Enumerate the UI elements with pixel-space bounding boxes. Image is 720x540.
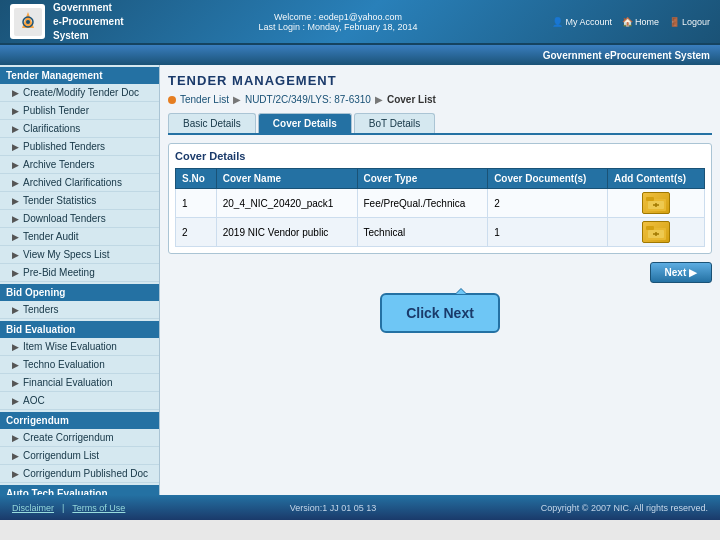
sidebar-item-financial-eval[interactable]: ▶Financial Evaluation xyxy=(0,374,159,392)
sidebar-item-publish-tender[interactable]: ▶Publish Tender xyxy=(0,102,159,120)
sidebar-item-archive-tenders[interactable]: ▶Archive Tenders xyxy=(0,156,159,174)
row2-add-content[interactable] xyxy=(607,218,704,247)
footer-terms[interactable]: Terms of Use xyxy=(72,503,125,513)
sidebar-item-corrigendum-list[interactable]: ▶Corrigendum List xyxy=(0,447,159,465)
next-button[interactable]: Next ▶ xyxy=(650,262,712,283)
click-next-tooltip: Click Next xyxy=(380,293,500,333)
svg-rect-5 xyxy=(646,197,654,201)
sidebar-item-published-tenders[interactable]: ▶Published Tenders xyxy=(0,138,159,156)
sidebar-item-prebid-meeting[interactable]: ▶Pre-Bid Meeting xyxy=(0,264,159,282)
logo-icon xyxy=(10,4,45,39)
add-content-icon-2[interactable] xyxy=(614,221,698,243)
footer: Disclaimer | Terms of Use Version:1 JJ 0… xyxy=(0,495,720,520)
col-cover-docs: Cover Document(s) xyxy=(488,169,608,189)
logo-area: Government e-Procurement System xyxy=(10,1,124,43)
svg-rect-10 xyxy=(646,226,654,230)
tab-basic-details[interactable]: Basic Details xyxy=(168,113,256,133)
sidebar-item-techno-eval[interactable]: ▶Techno Evaluation xyxy=(0,356,159,374)
breadcrumb-cover-list: Cover List xyxy=(387,94,436,105)
breadcrumb: Tender List ▶ NUDT/2C/349/LYS: 87-6310 ▶… xyxy=(168,94,712,105)
table-row: 1 20_4_NIC_20420_pack1 Fee/PreQual./Tech… xyxy=(176,189,705,218)
my-account-btn[interactable]: 👤 My Account xyxy=(552,17,612,27)
col-cover-type: Cover Type xyxy=(357,169,488,189)
logout-btn[interactable]: 🚪 Logour xyxy=(669,17,710,27)
row1-sno: 1 xyxy=(176,189,217,218)
row2-cover-type: Technical xyxy=(357,218,488,247)
sidebar-item-download-tenders[interactable]: ▶Download Tenders xyxy=(0,210,159,228)
row2-cover-name: 2019 NIC Vendor public xyxy=(216,218,357,247)
footer-version: Version:1 JJ 01 05 13 xyxy=(290,503,377,513)
sidebar-section-tender: Tender Management xyxy=(0,67,159,84)
footer-links: Disclaimer | Terms of Use xyxy=(12,503,125,513)
table-row: 2 2019 NIC Vendor public Technical 1 xyxy=(176,218,705,247)
sidebar-item-clarifications[interactable]: ▶Clarifications xyxy=(0,120,159,138)
sidebar-section-corrigendum: Corrigendum xyxy=(0,412,159,429)
col-cover-name: Cover Name xyxy=(216,169,357,189)
row1-add-content[interactable] xyxy=(607,189,704,218)
sidebar-item-create-tender[interactable]: ▶Create/Modify Tender Doc xyxy=(0,84,159,102)
logo-text: Government e-Procurement System xyxy=(53,1,124,43)
header-nav: 👤 My Account 🏠 Home 🚪 Logour xyxy=(552,17,710,27)
sidebar-item-create-corrigendum[interactable]: ▶Create Corrigendum xyxy=(0,429,159,447)
sub-header-title: Government eProcurement System xyxy=(543,50,710,61)
svg-point-3 xyxy=(26,20,30,24)
header-user-info: Welcome : eodep1@yahoo.com Last Login : … xyxy=(259,12,418,32)
sidebar-item-tender-statistics[interactable]: ▶Tender Statistics xyxy=(0,192,159,210)
sidebar-item-corrigendum-published[interactable]: ▶Corrigendum Published Doc xyxy=(0,465,159,483)
tab-bot-details[interactable]: BoT Details xyxy=(354,113,436,133)
sidebar-item-tenders[interactable]: ▶Tenders xyxy=(0,301,159,319)
footer-disclaimer[interactable]: Disclaimer xyxy=(12,503,54,513)
main-layout: Tender Management ▶Create/Modify Tender … xyxy=(0,65,720,495)
add-content-icon-1[interactable] xyxy=(614,192,698,214)
row1-cover-name: 20_4_NIC_20420_pack1 xyxy=(216,189,357,218)
sidebar-item-item-wise[interactable]: ▶Item Wise Evaluation xyxy=(0,338,159,356)
col-add-content: Add Content(s) xyxy=(607,169,704,189)
click-next-container: Click Next xyxy=(168,293,712,333)
sub-header: Government eProcurement System xyxy=(0,45,720,65)
sidebar-item-tender-audit[interactable]: ▶Tender Audit xyxy=(0,228,159,246)
tabs: Basic Details Cover Details BoT Details xyxy=(168,113,712,135)
click-next-label: Click Next xyxy=(406,305,474,321)
sidebar-item-aoc[interactable]: ▶AOC xyxy=(0,392,159,410)
sidebar: Tender Management ▶Create/Modify Tender … xyxy=(0,65,160,495)
row1-cover-docs: 2 xyxy=(488,189,608,218)
col-sno: S.No xyxy=(176,169,217,189)
row1-cover-type: Fee/PreQual./Technica xyxy=(357,189,488,218)
table-container: Cover Details S.No Cover Name Cover Type… xyxy=(168,143,712,254)
btn-row: Next ▶ xyxy=(168,262,712,283)
page-title: TENDER MANAGEMENT xyxy=(168,73,712,88)
sidebar-section-bid-opening: Bid Opening xyxy=(0,284,159,301)
table-section-title: Cover Details xyxy=(175,150,705,162)
row2-cover-docs: 1 xyxy=(488,218,608,247)
breadcrumb-tender-id[interactable]: NUDT/2C/349/LYS: 87-6310 xyxy=(245,94,371,105)
folder-icon-2 xyxy=(642,221,670,243)
sidebar-section-auto-tech: Auto Tech Evaluation xyxy=(0,485,159,495)
sidebar-item-view-specs[interactable]: ▶View My Specs List xyxy=(0,246,159,264)
home-btn[interactable]: 🏠 Home xyxy=(622,17,659,27)
content-area: TENDER MANAGEMENT Tender List ▶ NUDT/2C/… xyxy=(160,65,720,495)
sidebar-section-bid-evaluation: Bid Evaluation xyxy=(0,321,159,338)
sidebar-item-archived-clarifications[interactable]: ▶Archived Clarifications xyxy=(0,174,159,192)
breadcrumb-dot xyxy=(168,96,176,104)
tab-cover-details[interactable]: Cover Details xyxy=(258,113,352,133)
breadcrumb-tender-list[interactable]: Tender List xyxy=(180,94,229,105)
header: Government e-Procurement System Welcome … xyxy=(0,0,720,45)
footer-copyright: Copyright © 2007 NIC. All rights reserve… xyxy=(541,503,708,513)
row2-sno: 2 xyxy=(176,218,217,247)
folder-icon-1 xyxy=(642,192,670,214)
cover-details-table: S.No Cover Name Cover Type Cover Documen… xyxy=(175,168,705,247)
